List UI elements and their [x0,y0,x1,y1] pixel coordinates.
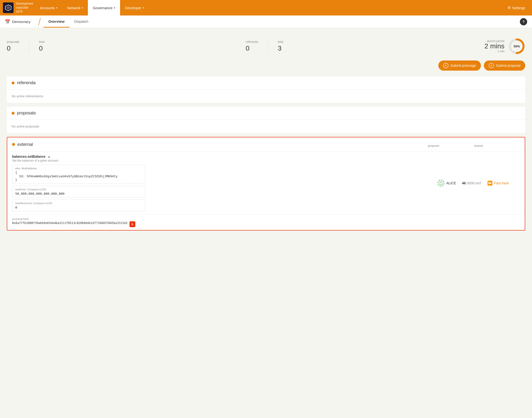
param-who-value: { Id: 5FHneW46xGXgs5mUiveU4sbTyGBzmstUsp… [15,171,142,182]
external-dot-icon [12,143,15,146]
help-button[interactable]: ? [520,18,527,25]
stat-proposals: proposals 0 [7,40,19,52]
param-newFree: newFree: Compact<u128> 50,000,000,000,00… [12,186,145,198]
submit-proposal-button[interactable]: + Submit proposal [484,60,525,71]
main-content: proposals 0 total 0 referenda 0 total 3 … [0,28,532,418]
referenda-empty-text: No active referendums [7,90,525,103]
launch-period: launch period 2 mins 1 min 50% [485,38,525,55]
proposer-name: ALICE [446,181,456,185]
nav-governance-label: Governance [93,6,113,10]
submit-preimage-button[interactable]: + Submit preimage [438,60,481,71]
external-section-title: external [17,142,33,147]
submit-proposal-label: Submit proposal [496,64,520,68]
locked-integer: 46 [462,181,466,185]
referenda-section: referenda No active referendums [7,76,525,103]
nav-accounts-label: Accounts [40,6,55,10]
proposals-dot-icon [12,112,14,115]
donut-percent-label: 50% [514,45,520,48]
nav-item-governance[interactable]: Governance ▾ [88,0,120,15]
stat-total2: total 3 [278,40,283,52]
nav-item-network[interactable]: Network ▾ [62,0,88,15]
proposer-col-header: proposer [428,141,439,148]
launch-period-sub: 1 min [485,50,504,53]
param-newFree-label: newFree: Compact<u128> [15,188,142,191]
top-nav: Development node/268 #379 Accounts ▾ Net… [0,0,532,15]
nav-item-accounts[interactable]: Accounts ▾ [35,0,62,15]
node-line1: Development [16,2,33,6]
hash-value-row: 0x6a77fb2800f39abb9e65de4ba3111f8513c820… [12,221,520,227]
param-who-label: who: MultiAddress [15,167,142,170]
node-line3: #379 [16,10,33,14]
fast-track-label: Fast track [494,181,509,185]
nav-developer-label: Developer [125,6,141,10]
launch-period-donut: 50% [508,38,525,55]
proposal-params: who: MultiAddress { Id: 5FHneW46xGXgs5mU… [12,165,145,211]
buttons-row: + Submit preimage + Submit proposal [7,60,525,71]
proposer-info: ALICE [437,180,456,186]
referenda-value: 0 [246,45,249,52]
developer-chevron-icon: ▾ [143,7,144,9]
param-newReserved-value: 0 [15,206,142,209]
locked-value: 46.0000UNIT [462,181,481,185]
submit-preimage-plus-icon: + [443,63,449,68]
node-info: Development node/268 #379 [16,2,33,14]
copy-hash-icon[interactable]: ⧉ [130,221,135,227]
network-chevron-icon: ▾ [82,7,83,9]
external-proposal-row: balances.setBalance ▲ Set the balances o… [7,152,525,214]
svg-marker-1 [7,6,10,10]
referenda-label: referenda [246,40,258,44]
locked-col-header: locked [474,141,483,148]
launch-period-value: 2 mins [485,43,504,50]
proposal-name: balances.setBalance ▲ [12,155,428,158]
proposals-empty-text: No active proposals [7,120,525,133]
proposals-value: 0 [7,45,11,52]
stat-referenda: referenda 0 [246,40,258,52]
accounts-chevron-icon: ▾ [56,7,57,9]
submit-preimage-label: Submit preimage [450,64,476,68]
total2-value: 3 [278,45,282,52]
submit-proposal-plus-icon: + [489,63,494,68]
locked-unit: UNIT [475,182,481,185]
sub-nav-brand: 📅 Democracy [5,19,35,24]
stat-divider-1 [29,40,29,52]
sub-nav-divider [38,18,41,25]
referenda-section-header: referenda [7,76,525,90]
tab-overview[interactable]: Overview [44,16,70,28]
param-newReserved-label: newReserved: Compact<u128> [15,202,142,205]
node-line2: node/268 [16,6,33,10]
hash-label: proposal hash [12,218,520,220]
proposal-hash-section: proposal hash 0x6a77fb2800f39abb9e65de4b… [7,214,525,230]
referenda-section-title: referenda [17,80,35,85]
stat-divider-2 [268,40,268,52]
settings-nav-item[interactable]: ⚙ Settings [504,0,529,15]
svg-point-5 [440,182,442,183]
stats-row: proposals 0 total 0 referenda 0 total 3 … [7,34,525,60]
hash-text: 0x6a77fb2800f39abb9e65de4ba3111f8513c820… [12,221,128,225]
nav-item-developer[interactable]: Developer ▾ [120,0,149,15]
referenda-dot-icon [12,81,14,84]
sub-nav-tabs: Overview Dispatch [44,16,93,28]
logo-icon[interactable] [3,2,13,13]
total2-label: total [278,40,283,44]
fast-track-icon: ⏩ [487,180,493,186]
external-section-header: external proposer locked [7,137,525,152]
proposals-section-header: proposals [7,107,525,120]
locked-decimal: .0000 [466,181,474,185]
proposer-avatar-icon [437,180,444,186]
sub-nav: 📅 Democracy Overview Dispatch ? [0,15,532,28]
calendar-icon: 📅 [5,19,10,24]
fast-track-button[interactable]: ⏩ Fast track [487,180,509,186]
governance-chevron-icon: ▾ [114,7,115,9]
total-label: total [39,40,45,44]
stat-total: total 0 [39,40,45,52]
external-proposal-details: balances.setBalance ▲ Set the balances o… [7,152,433,214]
launch-info: launch period 2 mins 1 min [485,39,504,53]
external-section: external proposer locked balances.setBal… [7,137,525,231]
external-body: balances.setBalance ▲ Set the balances o… [7,152,525,230]
collapse-icon[interactable]: ▲ [47,155,51,158]
proposals-section: proposals No active proposals [7,107,525,133]
nav-network-label: Network [67,6,80,10]
total-value: 0 [39,45,43,52]
tab-dispatch[interactable]: Dispatch [70,16,93,28]
proposals-label: proposals [7,40,19,44]
